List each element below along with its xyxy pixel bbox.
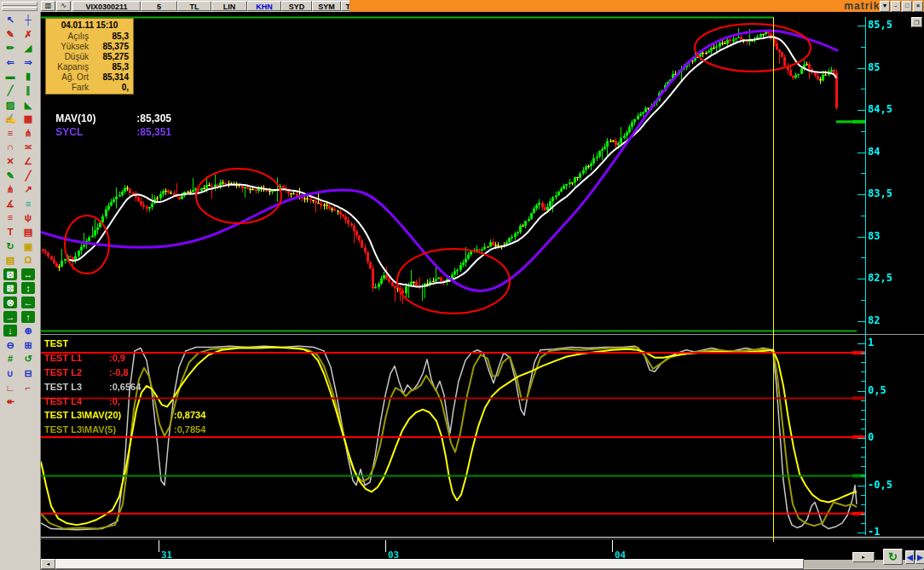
- draw-pencil-icon[interactable]: ✎: [3, 28, 17, 40]
- toolbar-button-tl[interactable]: TL: [177, 1, 211, 11]
- scrollbar-step-button[interactable]: ▸: [852, 552, 875, 562]
- fit-height-icon[interactable]: ↕: [21, 282, 35, 294]
- matriks-window: ▥ ∿ VIX0300211 5TLLINKHNSYDSYMTMP matrik…: [0, 0, 924, 570]
- note-pencil-icon[interactable]: ✍: [3, 112, 17, 124]
- tool-sidebar: ↖┼✎✗✏◢⇐⇒▬▮╱∥▨◣✍▦≡⋔∩≍✕∠✎╱⋔↗∡≡≡ψT▤↻▣▤Ω⊠↔⊠↕…: [0, 12, 41, 570]
- gann-pencil-icon[interactable]: ✎: [3, 170, 17, 181]
- angle-tool-icon[interactable]: ∟: [3, 382, 17, 394]
- indicator-tick-label: 1: [868, 337, 874, 348]
- gann-arrows-icon[interactable]: ↗: [21, 183, 35, 195]
- cycle-tool-icon[interactable]: ↻: [3, 240, 17, 252]
- eraser-icon[interactable]: ◢: [21, 42, 35, 54]
- legend-test-l3-mav-5-: TEST L3\MAV(5):0,7854: [44, 424, 205, 435]
- pan-right-icon[interactable]: →: [3, 311, 17, 323]
- candle-info-box: 04.01.11 15:10 Açılış85,3Yüksek85,375Düş…: [45, 18, 134, 95]
- fibo-arc-icon[interactable]: ∩: [3, 141, 17, 153]
- legend-test-l2: TEST L2:-0,8: [44, 367, 129, 377]
- info-value: 85,314: [89, 72, 129, 83]
- text-tool-icon[interactable]: T: [3, 226, 17, 238]
- pitchfork-icon[interactable]: ψ: [21, 211, 35, 223]
- arrow-right-icon[interactable]: ⇒: [21, 56, 35, 68]
- zoom-out-icon[interactable]: ⊖: [3, 339, 17, 351]
- close-button[interactable]: ×: [913, 1, 923, 12]
- magnet-icon[interactable]: ∪: [3, 367, 17, 379]
- price-tick-label: 85,5: [868, 20, 892, 31]
- legend-value: :0,8734: [174, 410, 205, 420]
- chart-canvas[interactable]: [41, 12, 924, 561]
- maximize-box-icon[interactable]: ⊠: [3, 268, 17, 280]
- arrow-left-icon[interactable]: ⇐: [3, 56, 17, 68]
- gann-slash-icon[interactable]: ╱: [21, 170, 35, 181]
- crosshair-icon[interactable]: ┼: [21, 14, 35, 26]
- quadrant-lines-icon[interactable]: ≡: [21, 198, 35, 210]
- pan-left-icon[interactable]: ←: [21, 297, 35, 308]
- data-window-icon[interactable]: ⊞: [21, 339, 35, 351]
- box-lines-icon[interactable]: ▤: [3, 254, 17, 266]
- trendline-icon[interactable]: ╱: [3, 84, 17, 96]
- toolbar-grip[interactable]: [2, 2, 38, 9]
- legend-value: :0,6564: [109, 382, 141, 392]
- minimize-button[interactable]: -: [891, 1, 901, 12]
- pan-down-icon[interactable]: ↓: [3, 325, 17, 337]
- symbol-button[interactable]: VIX0300211: [72, 1, 141, 11]
- gann-line-icon[interactable]: ∠: [21, 155, 35, 167]
- refresh-button[interactable]: ↻: [883, 549, 903, 565]
- fibo-retracement-icon[interactable]: ≡: [3, 127, 17, 139]
- tools-icon[interactable]: ✗: [21, 28, 35, 40]
- dropdown-button[interactable]: ▼: [880, 1, 890, 12]
- box-3d-icon[interactable]: ▣: [21, 240, 35, 252]
- info-label: Düşük: [48, 52, 89, 62]
- chart-settings-icon[interactable]: ⊟: [21, 367, 35, 379]
- cross-tool-icon[interactable]: ✕: [3, 155, 17, 167]
- fibo-fan-icon[interactable]: ⋔: [21, 127, 35, 139]
- restore-button[interactable]: □: [902, 1, 912, 12]
- restore-box-icon[interactable]: ⊠: [3, 282, 17, 294]
- price-tick-label: 83: [868, 231, 880, 242]
- zoom-in-icon[interactable]: ⊕: [21, 325, 35, 337]
- price-tick-label: 84: [868, 147, 880, 158]
- legend-label: TEST L4: [44, 396, 109, 406]
- toolbar-button-sym[interactable]: SYM: [312, 1, 341, 11]
- legend-test-l3: TEST L3:0,6564: [44, 382, 141, 392]
- toolbar-button-lin[interactable]: LIN: [211, 1, 247, 11]
- page-back-button[interactable]: ◀: [905, 550, 915, 564]
- scrollbar-thumb[interactable]: [55, 559, 804, 569]
- tirone-levels-icon[interactable]: ≡: [3, 211, 17, 223]
- gann-fan-icon[interactable]: ⋔: [3, 183, 17, 195]
- bar-chart-icon[interactable]: ▥: [41, 1, 55, 11]
- vertical-line-icon[interactable]: ▮: [21, 70, 35, 82]
- horizontal-line-icon[interactable]: ▬: [3, 70, 17, 82]
- scrollbar-left-arrow[interactable]: ◂: [41, 559, 55, 569]
- refresh-tool-icon[interactable]: ↺: [21, 353, 35, 365]
- toolbar-button-syd[interactable]: SYD: [281, 1, 312, 11]
- trend-arrow-icon[interactable]: ↞: [3, 395, 17, 407]
- fit-width-icon[interactable]: ↔: [21, 268, 35, 280]
- price-tick-label: 83,5: [868, 188, 892, 199]
- toolbar-button-khn[interactable]: KHN: [247, 1, 281, 11]
- alarm-bell-icon[interactable]: Ω: [21, 254, 35, 266]
- fibo-zone-icon[interactable]: ▦: [21, 112, 35, 124]
- hatch-red-icon[interactable]: ▤: [21, 226, 35, 238]
- marker-pencil-icon[interactable]: ✏: [3, 42, 17, 54]
- info-value: 0,: [89, 83, 129, 93]
- pan-up-icon[interactable]: ↑: [21, 311, 35, 323]
- price-tick-label: 82,5: [868, 273, 892, 284]
- toolbar-buttons: 5TLLINKHNSYDSYMTMP: [141, 1, 367, 11]
- indicator-chart-icon[interactable]: ∿: [56, 1, 71, 11]
- chart-scrollbar[interactable]: ◂ ▸ ↻ ◀ ▶: [41, 560, 924, 568]
- panel-restore-button[interactable]: ❐: [911, 17, 922, 27]
- pointer-select-icon[interactable]: ↖: [3, 14, 17, 26]
- speed-fan-icon[interactable]: ∡: [3, 198, 17, 210]
- toolbar-button-5[interactable]: 5: [141, 1, 177, 11]
- hatch-icon[interactable]: ▨: [3, 99, 17, 111]
- grid-tool-icon[interactable]: #: [3, 353, 17, 365]
- parallel-lines-icon[interactable]: ∥: [21, 84, 35, 96]
- legend-label: TEST L3\MAV(20): [44, 410, 174, 420]
- channel-icon[interactable]: ◣: [21, 99, 35, 111]
- fibo-extension-icon[interactable]: ≍: [21, 141, 35, 153]
- info-row-fark: Fark0,: [46, 83, 133, 93]
- close-box-icon[interactable]: ⊗: [3, 297, 17, 308]
- ruler-icon[interactable]: ⌐: [21, 382, 35, 394]
- info-label: Kapanış: [48, 62, 89, 72]
- page-forward-button[interactable]: ▶: [915, 550, 924, 564]
